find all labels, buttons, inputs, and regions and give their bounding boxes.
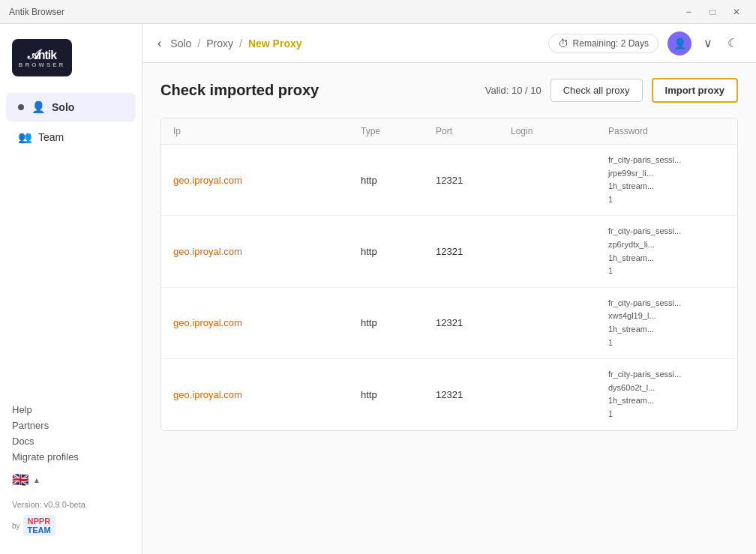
- sidebar-link-migrate[interactable]: Migrate profiles: [12, 451, 130, 463]
- breadcrumb-proxy[interactable]: Proxy: [206, 37, 233, 49]
- row1-type: http: [361, 166, 436, 195]
- sidebar-link-partners[interactable]: Partners: [12, 420, 130, 431]
- breadcrumb-sep-2: /: [239, 37, 242, 49]
- back-button[interactable]: ‹: [158, 37, 161, 50]
- avatar[interactable]: 👤: [668, 31, 692, 55]
- row2-login: [511, 243, 608, 261]
- sidebar-item-solo[interactable]: 👤 Solo: [6, 93, 136, 121]
- logo-text: 𝒜ntik: [28, 48, 56, 61]
- sidebar: 𝒜ntik BROWSER 👤 Solo 👥 Team Help Partner…: [0, 24, 142, 554]
- nppr-logo: NPPR TEAM: [23, 515, 56, 536]
- main-content: ‹ Solo / Proxy / New Proxy ⏱ Remaining: …: [142, 24, 756, 554]
- nppr-team-text: TEAM: [28, 526, 51, 535]
- titlebar: Antik Browser − □ ✕: [0, 0, 756, 24]
- sidebar-item-team[interactable]: 👥 Team: [6, 123, 136, 151]
- logo: 𝒜ntik BROWSER: [12, 39, 72, 76]
- maximize-button[interactable]: □: [702, 4, 723, 19]
- dark-mode-button[interactable]: ☾: [724, 33, 741, 53]
- breadcrumb: ‹ Solo / Proxy / New Proxy: [158, 37, 302, 50]
- active-dot: [18, 104, 24, 110]
- row4-port: 12321: [436, 380, 511, 409]
- row2-ip: geo.iproyal.com: [173, 237, 361, 266]
- col-ip: Ip: [173, 126, 361, 136]
- sidebar-links: Help Partners Docs Migrate profiles: [12, 404, 130, 463]
- row4-type: http: [361, 380, 436, 409]
- col-password: Password: [608, 126, 738, 136]
- sidebar-nav: 👤 Solo 👥 Team: [0, 91, 142, 395]
- table-row: geo.iproyal.com http 12321 fr_city-paris…: [161, 288, 737, 359]
- sidebar-link-help[interactable]: Help: [12, 404, 130, 415]
- sidebar-link-docs[interactable]: Docs: [12, 436, 130, 447]
- page-actions: Valid: 10 / 10 Check all proxy Import pr…: [485, 78, 738, 103]
- header-bar: ‹ Solo / Proxy / New Proxy ⏱ Remaining: …: [142, 24, 756, 63]
- page-header: Check imported proxy Valid: 10 / 10 Chec…: [160, 78, 738, 103]
- table-row: geo.iproyal.com http 12321 fr_city-paris…: [161, 359, 737, 430]
- row3-type: http: [361, 308, 436, 337]
- sidebar-footer: Help Partners Docs Migrate profiles 🇬🇧 ▲…: [0, 395, 142, 545]
- sidebar-item-solo-label: Solo: [52, 101, 74, 113]
- logo-subtext: BROWSER: [19, 61, 66, 68]
- header-right: ⏱ Remaining: 2 Days 👤 ∨ ☾: [548, 31, 741, 55]
- row3-login: [511, 314, 608, 332]
- check-all-button[interactable]: Check all proxy: [550, 79, 643, 102]
- valid-count: Valid: 10 / 10: [485, 85, 542, 96]
- sidebar-item-team-label: Team: [38, 131, 64, 143]
- titlebar-controls: − □ ✕: [678, 4, 747, 19]
- page-title: Check imported proxy: [160, 82, 319, 99]
- row1-login: [511, 171, 608, 189]
- minimize-button[interactable]: −: [678, 4, 699, 19]
- dropdown-button[interactable]: ∨: [700, 33, 716, 53]
- page-content: Check imported proxy Valid: 10 / 10 Chec…: [142, 63, 756, 554]
- row2-password: fr_city-paris_sessi...zp6rydtx_li...1h_s…: [608, 216, 738, 286]
- by-label: by: [12, 522, 20, 530]
- lang-arrow-icon: ▲: [33, 476, 40, 484]
- row3-password: fr_city-paris_sessi...xws4gl19_l...1h_st…: [608, 288, 738, 358]
- row1-port: 12321: [436, 166, 511, 195]
- flag-icon: 🇬🇧: [12, 472, 28, 488]
- row3-port: 12321: [436, 308, 511, 337]
- titlebar-title: Antik Browser: [9, 7, 678, 17]
- table-header: Ip Type Port Login Password Link Check: [161, 118, 737, 145]
- lang-selector[interactable]: 🇬🇧 ▲: [12, 472, 130, 488]
- clock-icon: ⏱: [558, 37, 568, 49]
- nppr-branding: by NPPR TEAM: [12, 515, 130, 536]
- remaining-text: Remaining: 2 Days: [573, 38, 649, 49]
- row3-ip: geo.iproyal.com: [173, 308, 361, 337]
- row2-type: http: [361, 237, 436, 266]
- row1-ip: geo.iproyal.com: [173, 166, 361, 195]
- row1-password: fr_city-paris_sessi...jrpe99sr_li...1h_s…: [608, 145, 738, 215]
- sidebar-item-team-icon: 👥: [18, 130, 32, 144]
- col-port: Port: [436, 126, 511, 136]
- breadcrumb-sep-1: /: [197, 37, 200, 49]
- table-row: geo.iproyal.com http 12321 fr_city-paris…: [161, 145, 737, 216]
- remaining-badge: ⏱ Remaining: 2 Days: [548, 34, 658, 53]
- col-type: Type: [361, 126, 436, 136]
- proxy-table: Ip Type Port Login Password Link Check g…: [160, 118, 738, 431]
- table-row: geo.iproyal.com http 12321 fr_city-paris…: [161, 216, 737, 287]
- row2-port: 12321: [436, 237, 511, 266]
- app-body: 𝒜ntik BROWSER 👤 Solo 👥 Team Help Partner…: [0, 24, 756, 554]
- import-proxy-button[interactable]: Import proxy: [652, 78, 738, 103]
- version-text: Version: v0.9.0-beta: [12, 500, 130, 509]
- avatar-icon: 👤: [674, 37, 686, 49]
- sidebar-item-solo-icon: 👤: [32, 100, 46, 114]
- col-login: Login: [511, 126, 608, 136]
- row4-ip: geo.iproyal.com: [173, 380, 361, 409]
- row4-login: [511, 385, 608, 403]
- breadcrumb-new-proxy: New Proxy: [248, 37, 302, 49]
- nppr-red-text: NPPR: [28, 517, 51, 526]
- breadcrumb-solo[interactable]: Solo: [170, 37, 191, 49]
- sidebar-logo: 𝒜ntik BROWSER: [0, 33, 142, 91]
- row4-password: fr_city-paris_sessi...dys60o2t_l...1h_st…: [608, 359, 738, 430]
- close-button[interactable]: ✕: [726, 4, 747, 19]
